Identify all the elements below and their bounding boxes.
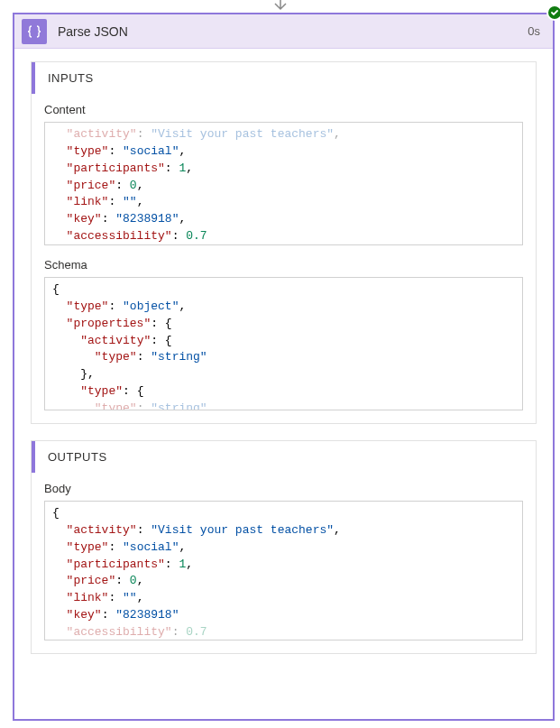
inputs-section-title: INPUTS [32,62,536,94]
body-label: Body [44,482,523,495]
action-duration: 0s [528,24,540,38]
content-label: Content [44,103,523,116]
success-check-icon [546,5,560,21]
action-title: Parse JSON [58,24,528,39]
body-code-box[interactable]: { "activity": "Visit your past teachers"… [44,501,523,640]
parse-json-icon [22,19,47,44]
outputs-section-title: OUTPUTS [32,441,536,473]
body-field: Body { "activity": "Visit your past teac… [32,473,536,653]
parse-json-action-card[interactable]: Parse JSON 0s INPUTS Content "activity":… [13,13,555,721]
schema-field: Schema { "type": "object", "properties":… [32,258,536,423]
schema-code-box[interactable]: { "type": "object", "properties": { "act… [44,277,523,410]
content-code-box[interactable]: "activity": "Visit your past teachers", … [44,122,523,245]
content-field: Content "activity": "Visit your past tea… [32,94,536,258]
card-header[interactable]: Parse JSON 0s [14,14,553,49]
card-body: INPUTS Content "activity": "Visit your p… [14,49,553,719]
outputs-section: OUTPUTS Body { "activity": "Visit your p… [31,440,537,654]
inputs-section: INPUTS Content "activity": "Visit your p… [31,61,537,424]
schema-label: Schema [44,258,523,272]
